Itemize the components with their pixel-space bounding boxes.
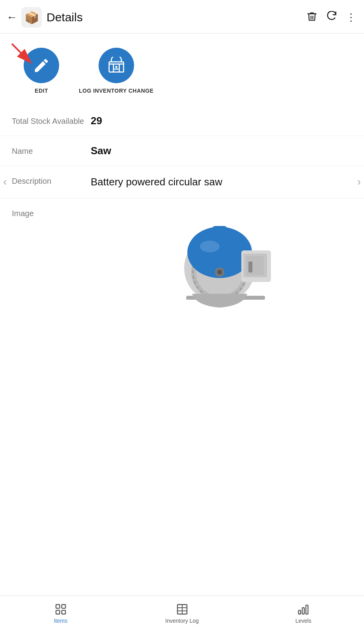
svg-rect-10	[212, 226, 227, 236]
svg-rect-22	[62, 610, 65, 614]
total-stock-label: Total Stock Available	[12, 115, 91, 127]
svg-rect-21	[56, 610, 60, 614]
page-title: Details	[47, 11, 306, 24]
nav-items-label: Items	[54, 618, 67, 624]
log-inventory-action-label: LOG INVENTORY CHANGE	[79, 87, 153, 94]
nav-inventory-log-label: Inventory Log	[165, 618, 199, 624]
back-button[interactable]: ←	[6, 12, 17, 23]
levels-icon	[297, 603, 310, 616]
app-header: ← 📦 Details ⋮	[0, 0, 364, 34]
inventory-log-icon	[176, 603, 189, 616]
svg-rect-14	[248, 261, 252, 273]
description-label: Description	[12, 175, 91, 187]
svg-rect-19	[56, 605, 60, 608]
image-row: Image	[0, 198, 364, 322]
app-icon: 📦	[21, 7, 42, 28]
svg-point-3	[115, 66, 118, 68]
nav-item-levels[interactable]: Levels	[243, 600, 364, 627]
prev-chevron[interactable]: ‹	[3, 175, 7, 188]
bottom-nav: Items Inventory Log Levels	[0, 596, 364, 631]
items-icon	[54, 603, 67, 616]
more-options-button[interactable]: ⋮	[346, 12, 356, 22]
total-stock-row: Total Stock Available 29	[0, 106, 364, 136]
svg-rect-20	[62, 605, 65, 608]
svg-rect-27	[299, 610, 301, 614]
name-row: Name Saw	[0, 136, 364, 166]
name-value: Saw	[91, 145, 352, 157]
description-value: Battery powered circular saw	[91, 175, 352, 189]
log-inventory-action-button[interactable]: LOG INVENTORY CHANGE	[79, 48, 153, 94]
svg-line-1	[12, 44, 31, 63]
name-label: Name	[12, 145, 91, 157]
actions-area: EDIT LOG INVENTORY CHANGE	[0, 34, 364, 102]
nav-item-items[interactable]: Items	[0, 600, 121, 627]
next-chevron[interactable]: ›	[357, 175, 361, 188]
svg-point-17	[217, 270, 222, 274]
delete-button[interactable]	[306, 11, 317, 24]
nav-item-inventory-log[interactable]: Inventory Log	[121, 600, 243, 627]
image-label: Image	[12, 207, 91, 219]
description-row: ‹ Description Battery powered circular s…	[0, 166, 364, 198]
nav-levels-label: Levels	[295, 618, 311, 624]
svg-rect-28	[302, 608, 304, 614]
red-arrow-indicator	[8, 40, 39, 71]
edit-action-label: EDIT	[35, 87, 48, 94]
saw-image	[159, 211, 285, 310]
header-actions: ⋮	[306, 11, 356, 24]
svg-point-18	[200, 241, 220, 252]
log-inventory-icon	[108, 57, 125, 74]
refresh-button[interactable]	[326, 11, 337, 24]
item-image-container	[91, 207, 352, 314]
details-section: Total Stock Available 29 Name Saw ‹ Desc…	[0, 102, 364, 322]
log-inventory-action-circle	[99, 48, 134, 83]
total-stock-value: 29	[91, 115, 352, 127]
svg-rect-29	[306, 605, 308, 614]
